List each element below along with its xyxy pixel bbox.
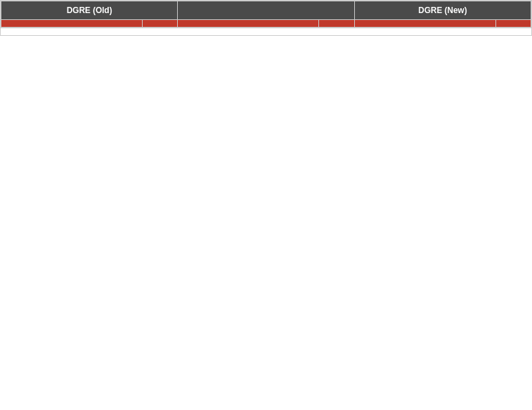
msci-title: DGRE (New) <box>354 1 531 20</box>
dgre-old-company-col <box>1 20 143 28</box>
msci-wgt-col <box>495 20 531 28</box>
footnote <box>1 28 531 35</box>
msci-company-col <box>354 20 495 28</box>
dgre-old-title: DGRE (Old) <box>1 1 178 20</box>
section-header-row: DGRE (Old) DGRE (New) <box>1 1 531 20</box>
dgre-old-wgt-col <box>143 20 178 28</box>
dgre-new-company-col <box>178 20 319 28</box>
dgre-new-wgt-col <box>319 20 354 28</box>
main-table: DGRE (Old) DGRE (New) <box>0 0 532 36</box>
column-header-row <box>1 20 531 28</box>
dgre-new-title <box>178 1 354 20</box>
